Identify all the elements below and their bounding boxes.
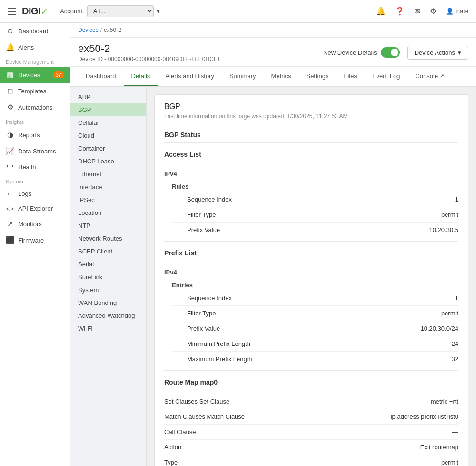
sidebar-item-logs[interactable]: ›_ Logs — [0, 186, 70, 201]
bgp-title: BGP — [164, 102, 458, 111]
account-dropdown-icon[interactable]: ▾ — [157, 8, 160, 15]
route-map-header: Route Map map0 — [164, 375, 458, 390]
hamburger-menu[interactable] — [8, 8, 16, 15]
rules-section: Rules Sequence Index 1 Filter Type permi… — [164, 179, 458, 237]
access-prefix-label: Prefix Value — [172, 226, 220, 233]
sidebar-item-apiexplorer[interactable]: </> API Explorer — [0, 201, 70, 216]
tab-console[interactable]: Console ↗ — [407, 67, 452, 86]
nav-bgp[interactable]: BGP — [70, 103, 146, 116]
nav-cloud[interactable]: Cloud — [70, 129, 146, 142]
sidebar-item-templates[interactable]: ⊞ Templates — [0, 83, 70, 99]
tab-alerts[interactable]: Alerts and History — [158, 67, 222, 86]
tab-details[interactable]: Details — [124, 67, 158, 86]
min-prefix-value: 24 — [452, 340, 458, 347]
nav-advwatchdog[interactable]: Advanced Watchdog — [70, 309, 146, 322]
access-prefix-value: 10.20.30.5 — [429, 226, 458, 233]
sidebar-item-datastreams[interactable]: 📈 Data Streams — [0, 143, 70, 159]
mail-icon[interactable]: ✉ — [414, 7, 420, 16]
breadcrumb-current: ex50-2 — [104, 27, 121, 33]
page-header: ex50-2 Device ID - 00000000-00000000-004… — [70, 38, 476, 67]
left-nav: ARP BGP Cellular Cloud Container DHCP Le… — [70, 87, 147, 466]
nav-networkroutes[interactable]: Network Routes — [70, 232, 146, 245]
header-icons: 🔔 ❓ ✉ ⚙ 👤 nate — [376, 7, 468, 16]
bell-icon[interactable]: 🔔 — [376, 7, 386, 16]
access-prefix-row: Prefix Value 10.20.30.5 — [172, 223, 458, 237]
nav-surelink[interactable]: SureLink — [70, 271, 146, 284]
prefix-seq-value: 1 — [455, 294, 458, 302]
min-prefix-label: Minimum Prefix Length — [172, 340, 250, 347]
tab-bar: Dashboard Details Alerts and History Sum… — [70, 67, 476, 87]
system-label: System — [0, 175, 70, 186]
nav-ntp[interactable]: NTP — [70, 219, 146, 232]
prefix-filter-value: permit — [441, 310, 458, 317]
call-clause-row: Call Clause — — [164, 425, 458, 440]
tab-files[interactable]: Files — [336, 67, 364, 86]
access-seq-value: 1 — [455, 196, 458, 203]
prefix-list-header: Prefix List — [164, 245, 458, 261]
templates-icon: ⊞ — [6, 87, 14, 95]
device-actions-chevron: ▾ — [458, 49, 461, 56]
user-section[interactable]: 👤 nate — [446, 8, 468, 15]
call-clause-value: — — [452, 428, 458, 436]
nav-ethernet[interactable]: Ethernet — [70, 168, 146, 181]
devices-icon: ▦ — [6, 71, 14, 79]
nav-scepclient[interactable]: SCEP Client — [70, 245, 146, 258]
digi-logo: DIGI ✓ — [22, 6, 49, 17]
nav-system[interactable]: System — [70, 284, 146, 296]
monitors-icon: ↗ — [6, 220, 14, 228]
sidebar-item-automations[interactable]: ⚙ Automations — [0, 99, 70, 115]
sidebar-item-reports[interactable]: ◑ Reports — [0, 127, 70, 143]
nav-cellular[interactable]: Cellular — [70, 116, 146, 129]
tab-eventlog[interactable]: Event Log — [365, 67, 408, 86]
access-filter-row: Filter Type permit — [172, 207, 458, 223]
sidebar-item-monitors[interactable]: ↗ Monitors — [0, 216, 70, 232]
tab-dashboard[interactable]: Dashboard — [78, 67, 124, 86]
sidebar-item-firmware[interactable]: ⬛ Firmware — [0, 232, 70, 248]
type-value: permit — [441, 459, 458, 466]
nav-serial[interactable]: Serial — [70, 258, 146, 271]
action-label: Action — [164, 444, 181, 451]
settings-icon[interactable]: ⚙ — [430, 7, 436, 16]
sidebar-item-health[interactable]: 🛡 Health — [0, 159, 70, 175]
api-icon: </> — [6, 206, 14, 212]
nav-wifi[interactable]: Wi-Fi — [70, 322, 146, 335]
min-prefix-row: Minimum Prefix Length 24 — [172, 336, 458, 352]
set-clauses-label: Set Clauses Set Clause — [164, 398, 229, 405]
new-device-details-toggle[interactable] — [381, 47, 400, 58]
entries-label: Entries — [172, 278, 458, 291]
action-value: Exit routemap — [420, 444, 458, 451]
nav-container[interactable]: Container — [70, 142, 146, 155]
ipv4-section: IPv4 Rules Sequence Index 1 Filter Type … — [164, 166, 458, 237]
account-select[interactable]: A t... — [87, 5, 154, 17]
device-actions-button[interactable]: Device Actions ▾ — [407, 46, 468, 60]
user-icon: 👤 — [446, 8, 454, 15]
prefix-seq-row: Sequence Index 1 — [172, 291, 458, 306]
prefix-filter-row: Filter Type permit — [172, 306, 458, 321]
account-section: Account: A t... ▾ — [60, 5, 160, 17]
ipv4-label: IPv4 — [164, 166, 458, 179]
max-prefix-value: 32 — [452, 355, 458, 363]
top-header: DIGI ✓ Account: A t... ▾ 🔔 ❓ ✉ ⚙ 👤 nate — [0, 0, 476, 23]
tab-metrics[interactable]: Metrics — [264, 67, 299, 86]
call-clause-label: Call Clause — [164, 428, 196, 436]
tab-summary[interactable]: Summary — [222, 67, 264, 86]
access-seq-label: Sequence Index — [172, 196, 232, 203]
nav-location[interactable]: Location — [70, 206, 146, 219]
help-icon[interactable]: ❓ — [395, 7, 405, 16]
content-area: Devices / ex50-2 ex50-2 Device ID - 0000… — [70, 23, 476, 466]
sidebar-item-dashboard[interactable]: ⊙ Dashboard — [0, 23, 70, 39]
nav-ipsec[interactable]: IPSec — [70, 193, 146, 206]
bgp-updated: Last time information on this page was u… — [164, 113, 458, 120]
account-label: Account: — [60, 8, 84, 15]
prefix-seq-label: Sequence Index — [172, 294, 232, 302]
nav-interface[interactable]: Interface — [70, 181, 146, 193]
nav-arp[interactable]: ARP — [70, 91, 146, 103]
nav-wanbonding[interactable]: WAN Bonding — [70, 296, 146, 309]
breadcrumb-devices[interactable]: Devices — [78, 27, 99, 33]
sidebar-item-alerts[interactable]: 🔔 Alerts — [0, 39, 70, 55]
sidebar-item-devices[interactable]: ▦ Devices 37 — [0, 67, 70, 83]
device-id: Device ID - 00000000-00000000-00409DFF-F… — [78, 56, 220, 62]
alerts-icon: 🔔 — [6, 43, 14, 51]
nav-dhcp[interactable]: DHCP Lease — [70, 155, 146, 168]
tab-settings[interactable]: Settings — [298, 67, 336, 86]
